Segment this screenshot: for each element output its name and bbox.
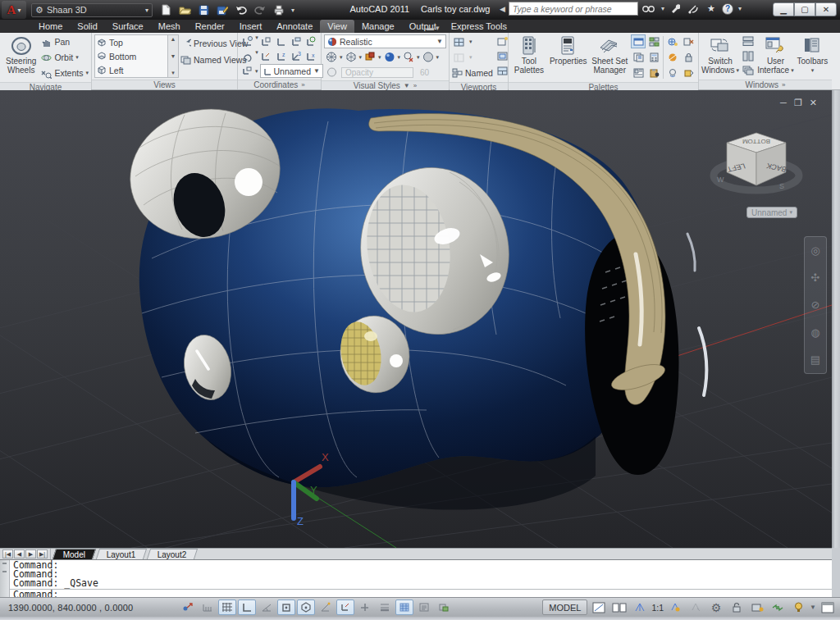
infer-constraints-toggle[interactable] [179,599,197,615]
viewcube-top-face-label[interactable]: BOTTOM [742,138,770,145]
open-drawing-button[interactable] [176,2,193,17]
ucs-face-icon[interactable] [289,34,303,48]
quick-properties-toggle[interactable] [415,599,433,615]
status-menu-chevron-icon[interactable]: ▼ [810,604,816,611]
shaded-style-icon[interactable] [382,50,397,64]
doc-close-button[interactable]: ✕ [810,98,817,108]
autoscale-button[interactable] [687,599,705,615]
ucs-3point-icon[interactable]: 3 [289,49,303,63]
palettes-group-icon[interactable] [646,34,661,48]
extents-button[interactable]: Extents ▾ [41,66,89,80]
model-viewport[interactable]: X Y Z ─ ❐ ✕ W S [0,90,832,548]
navbar-zoom-icon[interactable]: ⊘ [811,299,820,311]
quick-view-layouts-button[interactable] [590,599,608,615]
tab-annotate[interactable]: Annotate [269,20,320,33]
viewport-restore-icon[interactable] [452,51,467,65]
sheet-set-manager-button[interactable]: Sheet Set Manager [589,34,630,80]
tab-layout2[interactable]: Layout2 [147,549,198,559]
tab-render[interactable]: Render [188,20,232,33]
viewcube[interactable]: W S BOTTOM LEFT BACK [707,125,806,208]
next-tab-button[interactable]: ▶ [25,549,36,558]
tab-insert[interactable]: Insert [232,20,270,33]
tile-vertically-icon[interactable] [741,49,756,63]
named-viewports-button[interactable]: Named [452,66,493,80]
isolate-objects-button[interactable] [769,599,787,615]
search-options-chevron-icon[interactable]: ▾ [661,5,664,12]
view-list-scrollbar[interactable]: ▲▼▾ [168,34,179,78]
annotation-scale-value[interactable]: 1:1 [651,603,664,613]
monochrome-style-icon[interactable] [421,50,436,64]
favorites-star-icon[interactable]: ★ [704,2,719,16]
steering-wheels-button[interactable]: Steering Wheels [2,34,39,80]
dbconnect-icon[interactable] [665,34,680,48]
doc-minimize-button[interactable]: ─ [780,98,787,108]
application-menu-button[interactable]: A ▾ [2,1,26,19]
model-space-button[interactable]: MODEL [542,599,587,615]
facet-style-icon[interactable] [344,50,358,64]
command-history[interactable]: Command: Command: Command: _QSave [10,560,832,590]
navbar-pan-icon[interactable]: ✣ [811,271,820,284]
osnap-toggle[interactable] [277,599,295,615]
ucs-view-icon[interactable] [304,34,318,48]
ucs-world-icon[interactable] [240,34,254,48]
view-bottom-item[interactable]: Bottom [95,49,167,63]
annotation-visibility-button[interactable] [666,599,684,615]
help-chevron-icon[interactable]: ▾ [738,5,742,12]
view-top-item[interactable]: Top [95,35,167,49]
ortho-toggle[interactable] [238,599,256,615]
save-as-button[interactable] [214,2,231,17]
plot-button[interactable] [271,2,287,17]
new-drawing-button[interactable] [158,2,174,17]
tab-manage[interactable]: Manage [354,20,402,33]
panel-expand-icon[interactable]: » [301,81,304,89]
transparency-toggle[interactable] [395,599,413,615]
tab-model[interactable]: Model [52,549,96,559]
ucs-named-icon[interactable] [240,49,254,63]
clipboard-icon[interactable] [646,66,661,80]
lineweight-toggle[interactable] [376,599,394,615]
external-ref-icon[interactable] [681,34,696,48]
first-tab-button[interactable]: |◀ [2,549,13,558]
help-icon[interactable]: ? [722,3,733,15]
minimize-button[interactable]: ▁ [773,2,794,16]
palettes-window-icon[interactable] [631,34,646,48]
selection-cycling-toggle[interactable] [435,599,453,615]
viewcube-ucs-menu[interactable]: Unnamed ▾ [746,207,797,218]
tile-horizontally-icon[interactable] [741,34,756,48]
toolbar-lock-button[interactable] [728,599,746,615]
ucs-icon-toggle[interactable] [240,64,253,78]
face-style-icon[interactable] [324,50,339,64]
render-palette-icon[interactable] [665,50,680,64]
panel-expand-icon[interactable]: » [413,82,417,89]
materials-palette-icon[interactable] [681,66,696,80]
panel-expand-icon[interactable]: » [782,81,785,89]
chevron-down-icon[interactable]: ▼ [404,82,410,89]
toolbars-button[interactable]: Toolbars ▾ [796,34,829,78]
markup-icon[interactable] [631,66,646,80]
quick-view-drawings-button[interactable] [610,599,628,615]
grid-toggle[interactable] [218,599,236,615]
prev-tab-button[interactable]: ◀ [14,549,25,558]
doc-restore-button[interactable]: ❐ [794,98,802,108]
ucs-z-icon[interactable]: z [274,49,288,63]
view-left-item[interactable]: Left [95,63,167,77]
xray-style-icon[interactable] [401,50,416,64]
sheets-icon[interactable] [631,50,646,64]
compass-south-label[interactable]: S [779,182,784,190]
close-button[interactable]: ✕ [815,2,837,16]
opacity-slider[interactable]: Opacity [341,67,413,78]
navigation-bar[interactable]: ◎ ✣ ⊘ ◍ ▤ [804,236,827,374]
search-binoculars-icon[interactable] [641,2,656,16]
ucs-x-icon[interactable]: x [304,49,318,63]
workspace-switcher[interactable]: ⚙ Shaan 3D ▾ [31,3,153,17]
lightbulb-icon[interactable] [789,599,807,615]
annotation-scale-icon[interactable] [631,599,649,615]
tab-express-tools[interactable]: Express Tools [444,20,514,33]
workspace-switching-button[interactable]: ⚙ [707,599,725,615]
3d-osnap-toggle[interactable] [297,599,315,615]
command-window-grip[interactable] [0,560,10,597]
redo-button[interactable] [252,2,268,17]
tab-mesh[interactable]: Mesh [151,20,188,33]
orbit-button[interactable]: Orbit ▾ [41,50,89,65]
last-tab-button[interactable]: ▶| [37,549,48,558]
